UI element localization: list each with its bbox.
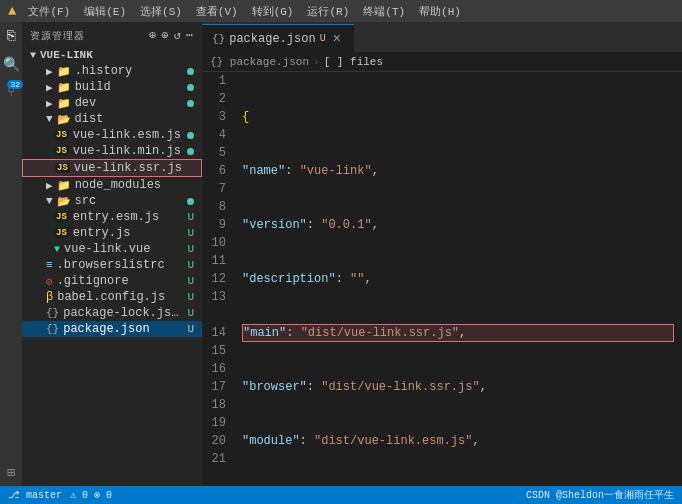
tree-item-history[interactable]: ▶ 📁 .history: [22, 63, 202, 79]
tree-item-label: vue-link.vue: [64, 242, 183, 256]
menu-item[interactable]: 文件(F): [22, 2, 76, 21]
tree-item-dist[interactable]: ▼ 📂 dist: [22, 111, 202, 127]
modified-badge: U: [187, 211, 194, 223]
git-icon: ⊘: [46, 275, 53, 288]
more-icon[interactable]: ⋯: [186, 28, 194, 43]
tree-section-vue-link[interactable]: ▼ VUE-LINK: [22, 47, 202, 63]
menu-item[interactable]: 查看(V): [190, 2, 244, 21]
tree-item-entry-esm[interactable]: JS entry.esm.js U: [22, 209, 202, 225]
modified-badge: U: [187, 291, 194, 303]
code-editor[interactable]: { "name": "vue-link", "version": "0.0.1"…: [234, 72, 682, 486]
editor-content[interactable]: 1 2 3 4 5 6 7 8 9 10 11 12 13 14 15 16 1…: [202, 72, 682, 486]
tree-item-package-json[interactable]: {} package.json U: [22, 321, 202, 337]
tree-item-vue-link-ssr[interactable]: JS vue-link.ssr.js: [22, 159, 202, 177]
code-line-2: "name": "vue-link",: [242, 162, 674, 180]
sidebar-header: 资源管理器 ⊕ ⊕ ↺ ⋯: [22, 22, 202, 47]
folder-icon: 📂: [57, 113, 71, 126]
code-line-5: "main": "dist/vue-link.ssr.js",: [242, 324, 674, 342]
js-file-icon: JS: [54, 212, 69, 222]
tree-item-vue-link-vue[interactable]: ▼ vue-link.vue U: [22, 241, 202, 257]
tree-item-label: entry.js: [73, 226, 184, 240]
tree-item-entry[interactable]: JS entry.js U: [22, 225, 202, 241]
menu-item[interactable]: 终端(T): [357, 2, 411, 21]
tab-close-icon[interactable]: ×: [330, 31, 344, 47]
code-line-7: "module": "dist/vue-link.esm.js",: [242, 432, 674, 450]
sidebar: 资源管理器 ⊕ ⊕ ↺ ⋯ ▼ VUE-LINK ▶ 📁 .history: [22, 22, 202, 486]
extensions-activity-icon[interactable]: ⊞: [1, 462, 21, 482]
tree-item-vue-link-min[interactable]: JS vue-link.min.js: [22, 143, 202, 159]
title-bar: ▲ 文件(F)编辑(E)选择(S)查看(V)转到(G)运行(R)终端(T)帮助(…: [0, 0, 682, 22]
status-dot: [187, 100, 194, 107]
tree-item-label: vue-link.min.js: [73, 144, 183, 158]
tree-item-src[interactable]: ▼ 📂 src: [22, 193, 202, 209]
editor-area: {} package.json U × {} package.json › [ …: [202, 22, 682, 486]
tree-item-label: node_modules: [75, 178, 194, 192]
tree-item-package-lock[interactable]: {} package-lock.json U: [22, 305, 202, 321]
tree-item-node-modules[interactable]: ▶ 📁 node_modules: [22, 177, 202, 193]
chevron-down-icon: ▼: [46, 195, 53, 207]
tree-item-label: entry.esm.js: [73, 210, 184, 224]
code-line-6: "browser": "dist/vue-link.ssr.js",: [242, 378, 674, 396]
tree-item-babel-config[interactable]: β babel.config.js U: [22, 289, 202, 305]
tree-item-label: .browserslistrc: [57, 258, 184, 272]
tree-item-label: package-lock.json: [63, 306, 183, 320]
chevron-down-icon: ▼: [46, 113, 53, 125]
tree-item-vue-link-esm[interactable]: JS vue-link.esm.js: [22, 127, 202, 143]
source-control-badge: 32: [7, 80, 23, 89]
modified-badge: U: [187, 227, 194, 239]
vue-file-icon: ▼: [54, 244, 60, 255]
refresh-icon[interactable]: ↺: [174, 28, 182, 43]
chevron-down-icon: ▼: [30, 50, 36, 61]
breadcrumb-item-files: [ ] files: [324, 56, 383, 68]
chevron-right-icon: ▶: [46, 65, 53, 78]
activity-bar: ⎘ 🔍 ⑂ 32 ⊞: [0, 22, 22, 486]
tree-item-label: .history: [75, 64, 183, 78]
chevron-right-icon: ▶: [46, 97, 53, 110]
js-file-icon: JS: [54, 130, 69, 140]
code-line-1: {: [242, 108, 674, 126]
status-branch: ⎇ master: [8, 489, 62, 501]
chevron-right-icon: ▶: [46, 81, 53, 94]
tree-item-label: build: [75, 80, 183, 94]
tab-bar: {} package.json U ×: [202, 22, 682, 52]
menu-item[interactable]: 选择(S): [134, 2, 188, 21]
tree-item-browserslistrc[interactable]: ≡ .browserslistrc U: [22, 257, 202, 273]
tree-item-label: dev: [75, 96, 183, 110]
tab-label: package.json: [229, 32, 315, 46]
tree-item-gitignore[interactable]: ⊘ .gitignore U: [22, 273, 202, 289]
explorer-activity-icon[interactable]: ⎘: [1, 26, 21, 46]
breadcrumb-item-file: {} package.json: [210, 56, 309, 68]
menu-item[interactable]: 转到(G): [246, 2, 300, 21]
menu-bar: 文件(F)编辑(E)选择(S)查看(V)转到(G)运行(R)终端(T)帮助(H): [22, 2, 467, 21]
menu-item[interactable]: 编辑(E): [78, 2, 132, 21]
tab-package-json[interactable]: {} package.json U ×: [202, 24, 354, 52]
tree-item-dev[interactable]: ▶ 📁 dev: [22, 95, 202, 111]
babel-icon: β: [46, 290, 53, 304]
modified-badge: U: [187, 307, 194, 319]
tree-item-build[interactable]: ▶ 📁 build: [22, 79, 202, 95]
modified-badge: U: [187, 243, 194, 255]
folder-icon: 📁: [57, 65, 71, 78]
menu-item[interactable]: 帮助(H): [413, 2, 467, 21]
modified-badge: U: [187, 259, 194, 271]
chevron-right-icon: ▶: [46, 179, 53, 192]
status-errors: ⚠ 0 ⊗ 0: [70, 489, 112, 501]
app-icon: ▲: [8, 3, 16, 19]
main-area: ⎘ 🔍 ⑂ 32 ⊞ 资源管理器 ⊕ ⊕ ↺ ⋯ ▼ VUE-LINK: [0, 22, 682, 486]
modified-badge: U: [187, 275, 194, 287]
tree-item-label: babel.config.js: [57, 290, 183, 304]
search-activity-icon[interactable]: 🔍: [1, 54, 21, 74]
json-file-icon: {}: [46, 323, 59, 335]
js-file-icon: JS: [55, 163, 70, 173]
tree-item-label: package.json: [63, 322, 183, 336]
source-control-activity-icon[interactable]: ⑂ 32: [1, 82, 21, 102]
line-numbers: 1 2 3 4 5 6 7 8 9 10 11 12 13 14 15 16 1…: [202, 72, 234, 486]
menu-item[interactable]: 运行(R): [301, 2, 355, 21]
new-folder-icon[interactable]: ⊕: [161, 28, 169, 43]
modified-badge: U: [187, 323, 194, 335]
js-file-icon: JS: [54, 228, 69, 238]
sidebar-header-icons: ⊕ ⊕ ↺ ⋯: [149, 28, 194, 43]
new-file-icon[interactable]: ⊕: [149, 28, 157, 43]
file-tree: ▼ VUE-LINK ▶ 📁 .history ▶ 📁 build ▶ 📁: [22, 47, 202, 486]
tree-item-label: vue-link.esm.js: [73, 128, 183, 142]
